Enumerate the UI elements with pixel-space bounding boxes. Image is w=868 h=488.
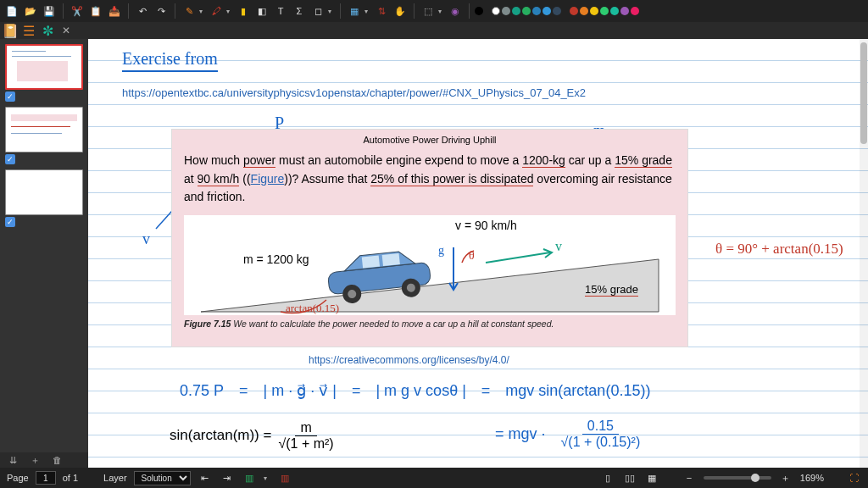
close-tab-icon[interactable]: ✕ [59,24,73,37]
thumbnail-1-checkbox[interactable]: ✓ [5,92,15,102]
color-gray[interactable] [502,7,510,15]
vertical-scrollbar[interactable] [860,39,868,468]
new-doc-icon[interactable]: 📄 [3,3,20,19]
layer-delete-icon[interactable]: ▥ [277,470,292,485]
pen-icon[interactable]: ✎ [181,3,198,19]
annotation-theta-eq: θ = 90° + arctan(0.15) [715,241,843,258]
color-black[interactable] [475,7,483,15]
color-teal[interactable] [512,7,520,15]
identity-lhs: sin(arctan(m)) = [170,427,271,444]
zoom-value: 169% [800,473,824,483]
color-cyan[interactable] [610,7,619,15]
diagram-theta-label: θ [469,249,475,263]
ruler-icon[interactable]: ⇅ [373,3,390,19]
color-lightblue[interactable] [542,7,551,15]
main-area: ✓ ✓ ✓ Exercise from https://opentextbc.c… [0,39,868,468]
svg-line-12 [486,252,550,263]
zoom-in-icon[interactable]: ＋ [778,470,793,485]
secondary-toolbar: 📔 ☰ ✼ ✕ [0,22,868,39]
color-navy[interactable] [553,7,561,15]
select-dropdown-icon[interactable]: ▾ [438,8,445,15]
cut-icon[interactable]: ✂️ [69,3,86,19]
marker-icon[interactable]: 🖍 [208,3,225,19]
color-yellow[interactable] [590,7,598,15]
color-pink[interactable] [631,7,639,15]
page-title: Exercise from [122,49,218,72]
layer-add-dropdown-icon[interactable]: ▾ [264,474,270,482]
layer-prev-icon[interactable]: ⇤ [198,470,213,485]
diagram-velocity-label: v = 90 km/h [455,219,517,232]
thumbnail-page-2[interactable] [5,107,83,152]
page-number-input[interactable] [36,471,56,485]
image-icon[interactable]: ▦ [346,3,363,19]
main-toolbar: 📄 📂 💾 ✂️ 📋 📥 ↶ ↷ ✎▾ 🖍▾ ▮ ◧ T Σ ◻▾ ▦▾ ⇅ ✋… [0,0,868,22]
diagram-mass-label: m = 1200 kg [243,252,309,266]
index-icon[interactable]: ✼ [41,24,54,37]
layer-next-icon[interactable]: ⇥ [220,470,235,485]
problem-text: How much power must an automobile engine… [172,148,687,210]
journal-icon[interactable]: 📔 [3,24,17,37]
math-icon[interactable]: Σ [291,3,308,19]
sidebar-collapse-icon[interactable]: ⇊ [5,452,20,468]
layer-select[interactable]: Solution [134,471,191,485]
layers-icon[interactable]: ☰ [22,24,36,37]
thumbnail-page-3[interactable] [5,169,83,215]
marker-dropdown-icon[interactable]: ▾ [226,8,233,15]
sidebar-add-icon[interactable]: ＋ [27,452,42,468]
thumbnail-2-checkbox[interactable]: ✓ [5,154,15,164]
source-url: https://opentextbc.ca/universityphysicsv… [122,86,586,99]
diagram-v-arrow-label: v [555,239,562,254]
view-grid-icon[interactable]: ▦ [644,470,659,485]
image-dropdown-icon[interactable]: ▾ [364,8,371,15]
svg-rect-5 [362,256,380,269]
diagram-grade-label: 15% grade [585,283,638,297]
highlighter-icon[interactable]: ▮ [235,3,252,19]
page-sidebar: ✓ ✓ ✓ [0,39,88,468]
shape-dropdown-icon[interactable]: ▾ [328,8,335,15]
redo-icon[interactable]: ↷ [153,3,170,19]
thumbnail-page-1[interactable] [5,44,83,90]
diagram-g-label: g [438,244,444,258]
zoom-slider[interactable] [704,476,771,480]
view-dual-icon[interactable]: ▯▯ [622,470,637,485]
pen-dropdown-icon[interactable]: ▾ [199,8,206,15]
problem-heading: Automotive Power Driving Uphill [172,130,687,148]
status-bar: Page of 1 Layer Solution ⇤ ⇥ ▥▾ ▥ ▯ ▯▯ ▦… [0,468,868,488]
trig-identity: sin(arctan(m)) = m √(1 + m²) [170,420,334,451]
color-purple[interactable] [620,7,629,15]
eraser-icon[interactable]: ◧ [253,3,270,19]
layer-label: Layer [103,473,127,483]
select-icon[interactable]: ⬚ [420,3,437,19]
annotation-v: v [142,230,150,248]
page-label: Page [7,473,29,483]
thumbnail-3-checkbox[interactable]: ✓ [5,217,15,227]
fullscreen-icon[interactable]: ⛶ [846,470,861,485]
paste-icon[interactable]: 📥 [106,3,123,19]
equation-line-2: = mgv · 0.15 √(1 + (0.15)²) [495,419,640,449]
open-icon[interactable]: 📂 [22,3,39,19]
color-green[interactable] [522,7,531,15]
color-orange[interactable] [580,7,588,15]
view-single-icon[interactable]: ▯ [600,470,615,485]
figure-caption: Figure 7.15 We want to calculate the pow… [172,315,687,332]
text-icon[interactable]: T [272,3,289,19]
color-white[interactable] [492,7,500,15]
equation-line-1: 0.75 P = | m · g⃗ · v⃗ | = | m g v cosθ … [180,381,650,400]
layer-add-icon[interactable]: ▥ [242,470,257,485]
diagram-arctan-label: arctan(0.15) [286,302,339,315]
color-lime[interactable] [600,7,609,15]
license-url: https://creativecommons.org/licenses/by/… [309,354,509,366]
zoom-out-icon[interactable]: − [682,470,697,485]
undo-icon[interactable]: ↶ [134,3,151,19]
color-red[interactable] [570,7,578,15]
save-icon[interactable]: 💾 [41,3,58,19]
color-blue[interactable] [532,7,541,15]
smudge-icon[interactable]: ◉ [447,3,464,19]
problem-diagram: m = 1200 kg v = 90 km/h g v θ 15% grade … [184,215,676,315]
page-canvas[interactable]: Exercise from https://opentextbc.ca/univ… [88,39,868,468]
sidebar-delete-icon[interactable]: 🗑 [49,452,64,468]
hand-icon[interactable]: ✋ [392,3,409,19]
shape-icon[interactable]: ◻ [309,3,326,19]
copy-icon[interactable]: 📋 [87,3,104,19]
svg-rect-6 [382,253,400,266]
